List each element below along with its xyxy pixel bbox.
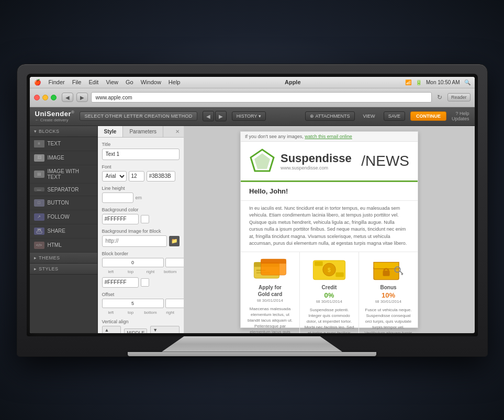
sidebar-item-image[interactable]: 🖼 IMAGE	[30, 151, 97, 165]
traffic-lights	[34, 95, 57, 100]
card-2-text: Fusce ut vehicula neque. Suspendisse con…	[363, 307, 413, 333]
app-breadcrumb[interactable]: ← Create delivery	[35, 118, 75, 122]
font-color-input[interactable]	[147, 171, 175, 181]
maximize-button[interactable]	[51, 95, 57, 100]
tab-style[interactable]: Style	[98, 126, 124, 137]
align-top-button[interactable]: ▲ TOP	[102, 326, 121, 333]
email-logo-svg	[249, 148, 275, 174]
help-link[interactable]: ? Help	[455, 111, 469, 116]
apple-logo[interactable]: 🍎	[34, 79, 41, 86]
html-icon: </>	[34, 242, 44, 249]
bg-color-swatch[interactable]	[141, 215, 149, 223]
next-arrow[interactable]: ▶	[215, 111, 227, 121]
title-input[interactable]	[102, 149, 180, 160]
image-icon: 🖼	[34, 154, 44, 162]
tab-parameters[interactable]: Parameters	[123, 126, 163, 137]
sidebar-item-text[interactable]: ≡ TEXT	[30, 137, 97, 151]
bonus-chest-icon	[370, 256, 407, 282]
align-middle-button[interactable]: MIDDLE	[124, 328, 147, 333]
panel-tabs: Style Parameters ✕	[98, 126, 184, 138]
email-topbar: If you don't see any images, watch this …	[241, 132, 418, 142]
line-height-input[interactable]	[102, 192, 133, 203]
sidebar: ▾ BLOCKS ≡ TEXT 🖼 IMAGE	[30, 126, 98, 333]
history-button[interactable]: HISTORY ▾	[232, 111, 266, 121]
border-color-input[interactable]	[102, 277, 139, 288]
sidebar-item-follow[interactable]: ↗ FOLLOW	[30, 210, 97, 224]
menu-window[interactable]: Window	[141, 79, 161, 85]
minimize-button[interactable]	[42, 95, 48, 100]
themes-section-header[interactable]: ▸ THEMES	[30, 253, 97, 264]
url-bar[interactable]: www.apple.com	[91, 92, 432, 103]
prev-arrow[interactable]: ◀	[203, 111, 214, 121]
email-topbar-link[interactable]: watch this email online	[305, 134, 352, 139]
font-face-select[interactable]: Arial	[102, 171, 127, 181]
border-top-input[interactable]	[165, 258, 184, 267]
bg-image-browse-button[interactable]: 📁	[169, 236, 180, 246]
save-button[interactable]: SAVE	[384, 111, 405, 121]
email-content: If you don't see any images, watch this …	[240, 131, 418, 328]
separator-icon: —	[34, 187, 44, 191]
blocks-section-header[interactable]: ▾ BLOCKS	[30, 126, 97, 137]
font-size-input[interactable]	[129, 171, 144, 181]
menu-file[interactable]: File	[72, 79, 82, 85]
sidebar-item-share[interactable]: SHARE	[30, 224, 97, 239]
offset-left-input[interactable]	[102, 299, 164, 308]
mac-menubar: 🍎 Finder File Edit View Go Window Help A…	[30, 77, 475, 88]
svg-marker-2	[254, 153, 270, 169]
svg-text:$: $	[328, 266, 331, 273]
chevron-right-icon2: ▸	[34, 266, 37, 271]
block-border-label: Block border	[102, 251, 180, 256]
bg-image-field: Background Image for Block 📁	[102, 229, 180, 247]
sidebar-item-separator[interactable]: — SEPARATOR	[30, 184, 97, 196]
attachments-button[interactable]: ⊕ ATTACHMENTS	[305, 111, 354, 121]
menu-edit[interactable]: Edit	[88, 79, 98, 85]
bg-color-input[interactable]	[102, 214, 139, 224]
card-0-title: Apply for	[245, 285, 295, 290]
updates-link[interactable]: Updates	[452, 116, 469, 121]
view-button[interactable]: VIEW	[360, 112, 378, 120]
svg-rect-12	[315, 261, 323, 266]
svg-rect-8	[261, 259, 286, 264]
panel-close-button[interactable]: ✕	[171, 126, 184, 137]
card-1-date: till 30/01/2014	[304, 299, 354, 304]
search-icon[interactable]: 🔍	[464, 80, 471, 85]
vertical-align-field: Vertical align ▲ TOP MIDDLE ▼ BOTTOM	[102, 319, 180, 333]
sidebar-item-button[interactable]: □ BUTTON	[30, 196, 97, 210]
svg-rect-13	[335, 272, 344, 277]
styles-section-header[interactable]: ▸ STYLES	[30, 264, 97, 275]
close-button[interactable]	[34, 95, 40, 100]
history-dropdown-icon: ▾	[259, 113, 261, 119]
create-method-button[interactable]: SELECT OTHER LETTER CREATION METHOD	[80, 111, 197, 121]
menubar-left: 🍎 Finder File Edit View Go Window Help	[34, 79, 181, 86]
continue-button[interactable]: CONTINUE	[410, 111, 446, 121]
refresh-button[interactable]: ↻	[435, 93, 444, 102]
line-height-label: Line height	[102, 186, 180, 191]
offset-top-input[interactable]	[165, 299, 184, 308]
forward-button[interactable]: ▶	[76, 93, 88, 102]
sidebar-item-html[interactable]: </> HTML	[30, 239, 97, 253]
menu-view[interactable]: View	[106, 79, 118, 85]
email-intro: In eu iaculis est. Nunc tincidunt erat i…	[241, 201, 418, 252]
monitor: 🍎 Finder File Edit View Go Window Help A…	[17, 64, 488, 357]
menubar-right: 📶 🔋 Mon 10:50 AM 🔍	[405, 80, 470, 85]
email-card-0: Apply for Gold card till 30/01/2014 Maec…	[241, 252, 300, 333]
email-logo-name: Suspendisse	[281, 152, 352, 165]
browser-bar: ◀ ▶ www.apple.com ↻ Reader	[30, 88, 475, 107]
follow-icon: ↗	[34, 213, 44, 221]
bg-image-label: Background Image for Block	[102, 229, 180, 234]
battery-icon: 🔋	[416, 80, 422, 85]
bg-image-input[interactable]	[102, 235, 167, 247]
border-labels: left top right bottom	[102, 269, 180, 274]
menu-finder[interactable]: Finder	[49, 79, 65, 85]
text-icon: ≡	[34, 140, 44, 147]
sidebar-item-image-with-text[interactable]: ▤ IMAGE WITH TEXT	[30, 165, 97, 184]
back-button[interactable]: ◀	[62, 93, 73, 102]
border-left-input[interactable]	[102, 258, 164, 267]
align-bottom-button[interactable]: ▼ BOTTOM	[150, 326, 179, 333]
reader-button[interactable]: Reader	[447, 93, 471, 101]
monitor-body: 🍎 Finder File Edit View Go Window Help A…	[17, 64, 488, 357]
menu-go[interactable]: Go	[126, 79, 133, 85]
card-2-highlight: 10%	[363, 291, 413, 299]
border-color-swatch[interactable]	[141, 278, 149, 287]
menu-help[interactable]: Help	[169, 79, 181, 85]
